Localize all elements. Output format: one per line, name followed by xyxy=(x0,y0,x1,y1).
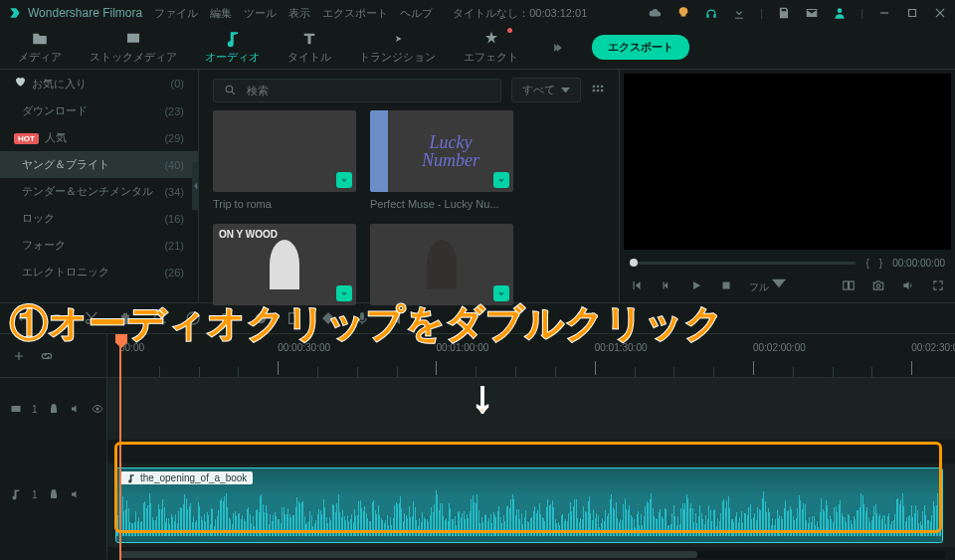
title-bar: Wondershare Filmora ファイル 編集 ツール 表示 エクスポー… xyxy=(0,0,955,26)
display-mode[interactable]: フル xyxy=(749,277,786,294)
download-arrow-icon[interactable] xyxy=(732,6,746,20)
svg-point-12 xyxy=(96,408,98,411)
sidebar-item-favorites[interactable]: お気に入り (0) xyxy=(0,70,198,97)
audio-track-icon xyxy=(10,488,22,500)
app-logo: Wondershare Filmora xyxy=(8,6,142,20)
audio-track-head[interactable]: 1 xyxy=(0,464,106,525)
thumb-label: Trip to roma xyxy=(213,198,356,210)
search-input[interactable] xyxy=(245,84,490,97)
annotation-text: ①オーディオクリップをダブルクリック xyxy=(10,298,949,349)
thumb-label: Perfect Muse - Lucky Nu... xyxy=(370,198,513,210)
menu-tool[interactable]: ツール xyxy=(244,6,277,21)
sidebar-item-rock[interactable]: ロック(16) xyxy=(0,205,198,232)
minimize-icon[interactable] xyxy=(877,6,891,20)
asset-browser: すべて Trip to roma Lucky Number Perfect Mu… xyxy=(199,70,619,302)
content-row: お気に入り (0) ダウンロード(23) HOT人気(29) ヤング＆ブライト(… xyxy=(0,70,955,302)
project-title: タイトルなし：00:03:12:01 xyxy=(453,6,587,21)
lock-icon[interactable] xyxy=(48,403,60,415)
tab-audio[interactable]: オーディオ xyxy=(205,30,260,65)
user-icon[interactable] xyxy=(833,6,847,20)
cloud-icon[interactable] xyxy=(649,6,663,20)
tab-effect[interactable]: エフェクト xyxy=(464,30,518,65)
volume-icon[interactable] xyxy=(901,279,915,292)
asset-thumb[interactable]: Trip to roma xyxy=(213,110,356,210)
clip-title: the_opening_of_a_book xyxy=(120,471,253,484)
mute-icon[interactable] xyxy=(70,403,82,415)
collapse-sidebar-button[interactable] xyxy=(192,162,199,210)
track-labels: 1 1 xyxy=(0,334,107,560)
preview-timecode: 00:00:00:00 xyxy=(892,258,945,269)
video-track-head[interactable]: 1 xyxy=(0,378,106,440)
sidebar-item-tender[interactable]: テンダー＆センチメンタル(34) xyxy=(0,178,198,205)
maximize-icon[interactable] xyxy=(905,6,919,20)
menu-help[interactable]: ヘルプ xyxy=(400,6,433,21)
step-back-icon[interactable] xyxy=(660,279,673,292)
asset-tabs: メディア ストックメディア オーディオ タイトル トランジション エフェクト エ… xyxy=(0,26,955,70)
tab-media[interactable]: メディア xyxy=(18,30,62,65)
play-icon[interactable] xyxy=(689,279,703,292)
logo-icon xyxy=(8,6,22,20)
search-box[interactable] xyxy=(213,79,501,102)
download-icon[interactable] xyxy=(493,172,509,188)
thumb-grid: Trip to roma Lucky Number Perfect Muse -… xyxy=(199,110,619,305)
fullscreen-icon[interactable] xyxy=(931,279,945,292)
prev-frame-icon[interactable] xyxy=(630,279,644,292)
mute-icon[interactable] xyxy=(70,488,82,500)
playhead[interactable] xyxy=(119,338,121,560)
app-name: Wondershare Filmora xyxy=(28,6,142,20)
add-track-icon[interactable] xyxy=(12,349,26,363)
menu-export[interactable]: エクスポート xyxy=(322,6,388,21)
asset-thumb[interactable]: Lucky Number Perfect Muse - Lucky Nu... xyxy=(370,110,513,210)
category-sidebar: お気に入り (0) ダウンロード(23) HOT人気(29) ヤング＆ブライト(… xyxy=(0,70,199,302)
timeline-hscroll[interactable] xyxy=(119,551,945,558)
menu-edit[interactable]: 編集 xyxy=(210,6,232,21)
tab-transition[interactable]: トランジション xyxy=(359,30,436,65)
compare-icon[interactable] xyxy=(842,279,856,292)
link-icon[interactable] xyxy=(40,349,54,363)
svg-rect-2 xyxy=(844,281,849,289)
stop-icon[interactable] xyxy=(719,279,733,292)
menu-view[interactable]: 表示 xyxy=(288,6,310,21)
sidebar-item-popular[interactable]: HOT人気(29) xyxy=(0,124,198,151)
tab-stock[interactable]: ストックメディア xyxy=(90,30,177,65)
preview-panel: { } 00:00:00:00 フル xyxy=(619,70,955,302)
audio-clip[interactable]: the_opening_of_a_book xyxy=(115,467,943,543)
view-mode-icon[interactable] xyxy=(591,84,605,97)
svg-rect-3 xyxy=(850,281,855,289)
asset-thumb[interactable]: ON Y WOOD xyxy=(213,224,356,305)
preview-viewport xyxy=(624,74,951,250)
export-button[interactable]: エクスポート xyxy=(592,35,689,60)
mail-icon[interactable] xyxy=(805,6,819,20)
close-icon[interactable] xyxy=(933,6,947,20)
svg-point-4 xyxy=(876,284,880,288)
annotation-arrow-icon: ↓ xyxy=(472,372,493,422)
track-lanes[interactable]: 00:0000:00:30:0000:01:00:0000:01:30:0000… xyxy=(107,334,955,560)
video-track-icon xyxy=(10,403,22,415)
save-icon[interactable] xyxy=(777,6,791,20)
audio-lane[interactable]: the_opening_of_a_book xyxy=(107,464,955,547)
download-icon[interactable] xyxy=(336,172,352,188)
timeline: 1 1 00:0000:00:30:0000:01:00:0000:01:30:… xyxy=(0,334,955,560)
filter-dropdown[interactable]: すべて xyxy=(511,78,581,102)
sidebar-item-download[interactable]: ダウンロード(23) xyxy=(0,97,198,124)
sidebar-item-young-bright[interactable]: ヤング＆ブライト(40) xyxy=(0,151,198,178)
lock-icon[interactable] xyxy=(48,488,60,500)
svg-point-0 xyxy=(838,8,843,13)
asset-thumb[interactable] xyxy=(370,224,513,305)
svg-rect-11 xyxy=(12,406,21,412)
headphones-icon[interactable] xyxy=(704,6,718,20)
snapshot-icon[interactable] xyxy=(871,279,885,292)
eye-icon[interactable] xyxy=(92,403,103,415)
seek-bar[interactable]: { } 00:00:00:00 xyxy=(630,258,945,269)
sidebar-item-folk[interactable]: フォーク(21) xyxy=(0,232,198,259)
sidebar-item-electronic[interactable]: エレクトロニック(26) xyxy=(0,259,198,285)
menu-file[interactable]: ファイル xyxy=(154,6,198,21)
video-lane[interactable] xyxy=(107,378,955,440)
more-tabs-icon[interactable] xyxy=(550,41,564,55)
tab-title[interactable]: タイトル xyxy=(287,30,331,65)
search-icon xyxy=(224,84,237,96)
svg-point-1 xyxy=(226,86,233,93)
lightbulb-icon[interactable] xyxy=(676,6,690,20)
